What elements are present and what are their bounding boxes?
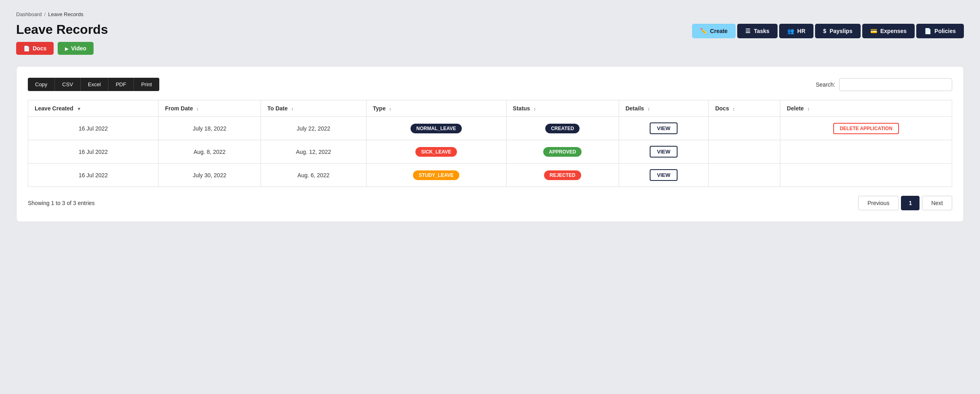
- cell-status: CREATED: [506, 117, 619, 140]
- status-badge: REJECTED: [544, 170, 581, 180]
- csv-button[interactable]: CSV: [55, 78, 81, 91]
- sort-icon-docs: ↕: [733, 106, 735, 111]
- policies-icon: 📄: [924, 28, 931, 34]
- print-button[interactable]: Print: [134, 78, 159, 91]
- table-toolbar: Copy CSV Excel PDF Print Search:: [28, 78, 952, 91]
- showing-text: Showing 1 to 3 of 3 entries: [28, 200, 95, 206]
- cell-type: STUDY_LEAVE: [366, 164, 506, 187]
- cell-docs: [709, 140, 780, 164]
- cell-details: VIEW: [619, 164, 709, 187]
- next-button[interactable]: Next: [922, 196, 952, 210]
- cell-docs: [709, 164, 780, 187]
- expenses-icon: 💳: [870, 28, 877, 34]
- video-button[interactable]: Video: [58, 42, 94, 55]
- cell-to-date: Aug. 12, 2022: [261, 140, 367, 164]
- cell-from-date: July 18, 2022: [158, 117, 261, 140]
- view-button[interactable]: VIEW: [650, 146, 678, 158]
- breadcrumb-current: Leave Records: [48, 11, 83, 17]
- breadcrumb-home[interactable]: Dashboard: [16, 11, 42, 17]
- search-label: Search:: [816, 81, 835, 88]
- pagination: Previous 1 Next: [858, 196, 952, 210]
- hr-icon: 👥: [787, 28, 794, 34]
- status-badge: APPROVED: [543, 147, 582, 157]
- nav-tasks-button[interactable]: ☰ Tasks: [737, 24, 778, 38]
- type-badge: NORMAL_LEAVE: [411, 124, 461, 133]
- sort-icon-type: ↕: [389, 106, 392, 111]
- previous-button[interactable]: Previous: [858, 196, 899, 210]
- delete-button[interactable]: DELETE APPLICATION: [833, 123, 899, 134]
- col-leave-created[interactable]: Leave Created ▼: [28, 100, 158, 117]
- sort-icon-leave-created: ▼: [77, 106, 81, 111]
- top-navigation: ✏️ Create ☰ Tasks 👥 HR $ Payslips 💳 Expe…: [692, 24, 964, 38]
- search-input[interactable]: [839, 78, 952, 91]
- type-badge: STUDY_LEAVE: [413, 170, 459, 180]
- sort-icon-to-date: ↕: [291, 106, 294, 111]
- doc-icon: [23, 45, 30, 52]
- col-type[interactable]: Type ↕: [366, 100, 506, 117]
- view-button[interactable]: VIEW: [650, 169, 678, 181]
- col-status[interactable]: Status ↕: [506, 100, 619, 117]
- cell-delete: DELETE APPLICATION: [780, 117, 952, 140]
- type-badge: SICK_LEAVE: [415, 147, 457, 157]
- status-badge: CREATED: [545, 124, 580, 133]
- table-row: 16 Jul 2022 Aug. 8, 2022 Aug. 12, 2022 S…: [28, 140, 952, 164]
- pdf-button[interactable]: PDF: [108, 78, 134, 91]
- col-docs[interactable]: Docs ↕: [709, 100, 780, 117]
- nav-expenses-button[interactable]: 💳 Expenses: [862, 24, 915, 38]
- view-button[interactable]: VIEW: [650, 122, 678, 134]
- search-section: Search:: [816, 78, 952, 91]
- cell-to-date: July 22, 2022: [261, 117, 367, 140]
- payslips-icon: $: [823, 28, 826, 34]
- copy-button[interactable]: Copy: [28, 78, 55, 91]
- leave-records-table: Leave Created ▼ From Date ↕ To Date ↕ Ty…: [28, 100, 952, 187]
- cell-status: APPROVED: [506, 140, 619, 164]
- tasks-icon: ☰: [745, 28, 751, 34]
- nav-policies-button[interactable]: 📄 Policies: [916, 24, 964, 38]
- export-buttons: Copy CSV Excel PDF Print: [28, 78, 159, 91]
- cell-delete: [780, 140, 952, 164]
- main-card: Copy CSV Excel PDF Print Search: Leave C…: [16, 66, 964, 222]
- cell-details: VIEW: [619, 117, 709, 140]
- table-footer: Showing 1 to 3 of 3 entries Previous 1 N…: [28, 196, 952, 210]
- cell-leave-created: 16 Jul 2022: [28, 164, 158, 187]
- cell-type: NORMAL_LEAVE: [366, 117, 506, 140]
- nav-payslips-button[interactable]: $ Payslips: [815, 24, 861, 38]
- page-title: Leave Records: [16, 22, 108, 37]
- edit-icon: ✏️: [700, 28, 707, 34]
- excel-button[interactable]: Excel: [81, 78, 108, 91]
- breadcrumb: Dashboard / Leave Records: [16, 11, 964, 17]
- sort-icon-status: ↕: [534, 106, 536, 111]
- cell-leave-created: 16 Jul 2022: [28, 140, 158, 164]
- sort-icon-delete: ↕: [807, 106, 810, 111]
- cell-status: REJECTED: [506, 164, 619, 187]
- cell-from-date: July 30, 2022: [158, 164, 261, 187]
- cell-docs: [709, 117, 780, 140]
- page-1-button[interactable]: 1: [901, 196, 920, 210]
- video-icon: [65, 45, 68, 52]
- nav-create-button[interactable]: ✏️ Create: [692, 24, 736, 38]
- table-row: 16 Jul 2022 July 30, 2022 Aug. 6, 2022 S…: [28, 164, 952, 187]
- cell-from-date: Aug. 8, 2022: [158, 140, 261, 164]
- col-details[interactable]: Details ↕: [619, 100, 709, 117]
- sort-icon-details: ↕: [648, 106, 650, 111]
- cell-type: SICK_LEAVE: [366, 140, 506, 164]
- col-delete[interactable]: Delete ↕: [780, 100, 952, 117]
- nav-hr-button[interactable]: 👥 HR: [779, 24, 813, 38]
- table-row: 16 Jul 2022 July 18, 2022 July 22, 2022 …: [28, 117, 952, 140]
- cell-leave-created: 16 Jul 2022: [28, 117, 158, 140]
- cell-to-date: Aug. 6, 2022: [261, 164, 367, 187]
- cell-details: VIEW: [619, 140, 709, 164]
- sort-icon-from-date: ↕: [196, 106, 199, 111]
- docs-button[interactable]: Docs: [16, 42, 54, 55]
- cell-delete: [780, 164, 952, 187]
- breadcrumb-separator: /: [44, 11, 46, 17]
- col-from-date[interactable]: From Date ↕: [158, 100, 261, 117]
- col-to-date[interactable]: To Date ↕: [261, 100, 367, 117]
